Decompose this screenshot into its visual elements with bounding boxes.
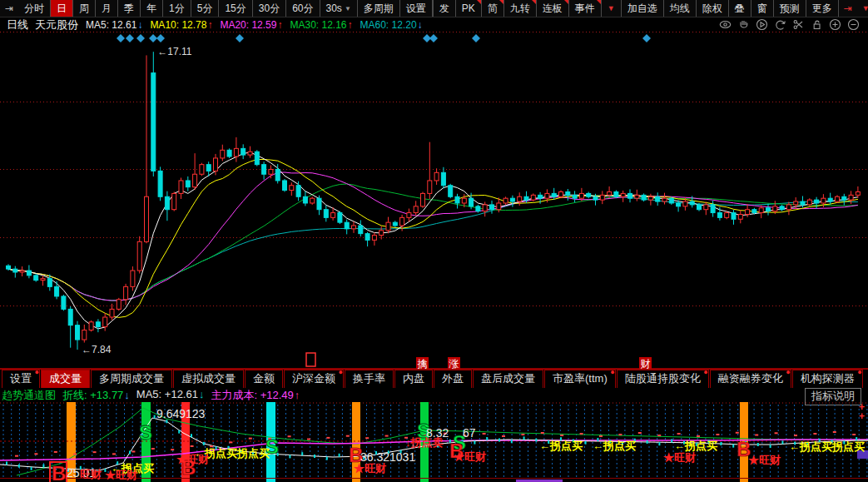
chart-tool-icons: [719, 17, 860, 32]
tool-item-12[interactable]: 预测: [774, 0, 806, 17]
period-item-5[interactable]: 年: [141, 0, 163, 17]
indicator-number: 67: [463, 426, 476, 440]
indicator-header: 趋势通道图 折线: +13.77↓MA5: +12.61↓主力成本: +12.4…: [0, 388, 868, 402]
trend-arrow-icon: ↓: [137, 19, 142, 31]
tab-5[interactable]: 沪深金额●: [284, 370, 344, 389]
ma-value-4: MA60: 12.20↓: [360, 19, 423, 31]
tool-item-3[interactable]: 九转: [504, 0, 537, 17]
tab-12[interactable]: 融资融券变化●: [710, 370, 791, 389]
pivot-buy-label: ←拐点买: [539, 440, 583, 452]
tool-item-13[interactable]: 更多: [806, 0, 839, 17]
signal-label: ★旺财: [105, 469, 137, 481]
play-icon[interactable]: [756, 18, 768, 31]
tab-8[interactable]: 外盘: [434, 370, 472, 389]
tool-item-6[interactable]: ▼: [602, 0, 622, 17]
period-item-6[interactable]: 1分: [163, 0, 191, 17]
signal-label: ★旺财: [354, 462, 386, 475]
indicator-values: 折线: +13.77↓MA5: +12.61↓主力成本: +12.49↑: [56, 388, 300, 403]
tab-4[interactable]: 金额: [245, 370, 283, 389]
period-item-13[interactable]: 设置: [400, 0, 433, 17]
period-item-4[interactable]: 季: [118, 0, 141, 17]
period-item-11[interactable]: 30s▼: [320, 0, 358, 17]
signal-label: ★旺财: [663, 451, 696, 464]
hand-icon[interactable]: [737, 18, 750, 31]
signal-label: ↓拐点卖: [405, 436, 444, 449]
chart-info-row: 日线 天元股份 MA5: 12.61↓MA10: 12.78↑MA20: 12.…: [0, 17, 868, 32]
trend-channel-panel[interactable]: SSSSBBBBB25.019.64912336.3210318.3267←拐点…: [0, 402, 868, 482]
lock-icon[interactable]: [811, 18, 823, 31]
dropdown-arrow-icon: ▼: [345, 5, 351, 12]
notify-dot-icon: ●: [786, 369, 790, 376]
period-item-0[interactable]: 分时: [18, 0, 51, 17]
tool-item-4[interactable]: 连板: [537, 0, 569, 17]
ma-value-2: MA20: 12.59↑: [220, 19, 282, 31]
zoom-in-icon[interactable]: [829, 18, 841, 31]
ma-value-1: MA10: 12.78↑: [150, 19, 212, 31]
tab-1[interactable]: 成交量: [41, 370, 90, 389]
tab-6[interactable]: 换手率: [345, 370, 394, 389]
tool-item-5[interactable]: 事件: [569, 0, 602, 17]
ma-value-3: MA30: 12.16↑: [290, 19, 352, 31]
trend-arrow-icon: ↑: [277, 19, 282, 31]
plus-mark: +: [859, 410, 865, 422]
tab-10[interactable]: 市盈率(ttm)●: [544, 370, 616, 389]
tool-item-7[interactable]: 加自选: [622, 0, 664, 17]
tool-item-1[interactable]: PK: [456, 0, 482, 17]
trend-arrow-icon: ↓: [124, 389, 130, 401]
tool-item-10[interactable]: 叠: [729, 0, 751, 17]
period-item-1[interactable]: 日: [51, 0, 73, 17]
stock-name: 天元股份: [35, 17, 78, 32]
tab-11[interactable]: 陆股通持股变化●: [617, 370, 709, 389]
period-item-2[interactable]: 周: [73, 0, 96, 17]
top-toolbar: ⇥ 分时日周月季年1分5分15分30分60分30s▼多周期设置 发PK简九转连板…: [0, 0, 868, 17]
svg-text:财: 财: [641, 358, 651, 369]
tool-item-11[interactable]: 窗: [751, 0, 774, 17]
zoom-out-icon[interactable]: [847, 18, 860, 31]
signal-label: ★旺财: [176, 453, 209, 465]
trend-arrow-icon: ↑: [295, 389, 300, 401]
period-label: 日线: [7, 17, 28, 32]
collapse-left-icon[interactable]: ⇥: [0, 0, 18, 17]
notify-dot-icon: ●: [339, 369, 343, 376]
tab-2[interactable]: 多周期成交量: [91, 370, 172, 389]
period-item-8[interactable]: 15分: [219, 0, 252, 17]
more-dropdown-icon[interactable]: ▼: [857, 0, 868, 17]
tool-item-8[interactable]: 均线: [664, 0, 697, 17]
trend-arrow-icon: ↑: [207, 19, 212, 31]
eye-icon[interactable]: [719, 18, 732, 31]
scissors-icon[interactable]: [792, 18, 805, 31]
signal-label: 旺财: [80, 468, 102, 480]
tool-item-0[interactable]: 发: [433, 0, 456, 17]
tool-item-9[interactable]: 除权: [697, 0, 729, 17]
tab-7[interactable]: 内盘: [394, 370, 433, 389]
main-candlestick-chart[interactable]: ←17.11←7.84擒涨财: [0, 32, 868, 369]
svg-text:←17.11: ←17.11: [157, 46, 191, 57]
signal-label: ★旺财: [748, 454, 781, 466]
svg-text:擒: 擒: [418, 358, 428, 369]
undo-icon[interactable]: [774, 18, 786, 31]
period-item-10[interactable]: 60分: [286, 0, 320, 17]
svg-text:←7.84: ←7.84: [82, 344, 112, 355]
ma-value-0: MA5: 12.61↓: [86, 19, 142, 31]
signal-label: ★旺财: [454, 450, 486, 463]
tools-toolbar: 发PK简九转连板事件▼加自选均线除权叠窗预测更多⇥▼: [433, 0, 868, 17]
period-item-12[interactable]: 多周期: [358, 0, 400, 17]
trend-arrow-icon: ↓: [418, 19, 423, 31]
tab-3[interactable]: 虚拟成交量: [173, 370, 244, 389]
period-item-3[interactable]: 月: [96, 0, 118, 17]
tool-item-2[interactable]: 简: [482, 0, 504, 17]
period-toolbar: ⇥ 分时日周月季年1分5分15分30分60分30s▼多周期设置: [0, 0, 433, 17]
new-corner-mark: [564, 0, 568, 4]
notify-dot-icon: ●: [35, 369, 39, 376]
new-corner-mark: [499, 0, 503, 4]
tab-13[interactable]: 机构探测器●: [792, 370, 863, 389]
collapse-right-icon[interactable]: ⇥: [839, 0, 857, 17]
indicator-number: 9.649123: [156, 407, 206, 420]
pivot-buy-label: ←拐点买拐点买: [789, 440, 865, 453]
new-corner-mark: [532, 0, 536, 4]
period-item-7[interactable]: 5分: [191, 0, 220, 17]
new-corner-mark: [597, 0, 601, 4]
tab-9[interactable]: 盘后成交量: [473, 370, 543, 389]
period-item-9[interactable]: 30分: [253, 0, 286, 17]
tab-0[interactable]: 设置●: [2, 370, 40, 389]
